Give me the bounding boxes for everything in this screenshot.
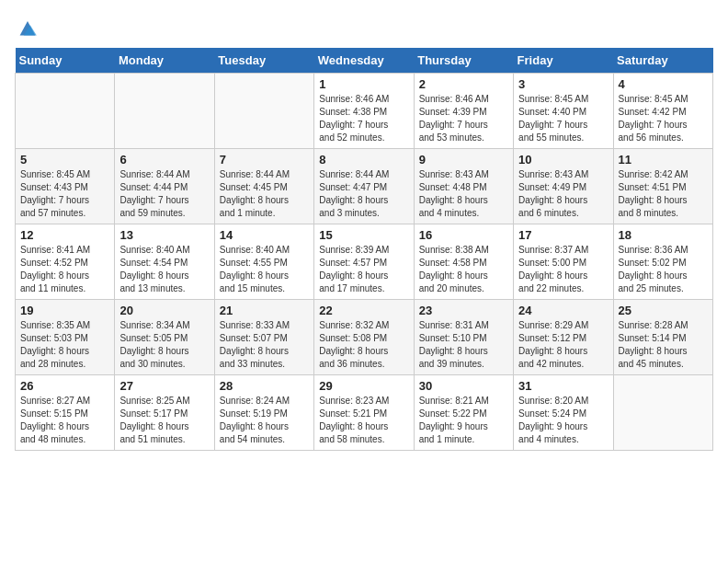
day-info: Sunrise: 8:20 AM Sunset: 5:24 PM Dayligh… [518, 395, 608, 446]
day-info: Sunrise: 8:32 AM Sunset: 5:08 PM Dayligh… [319, 319, 408, 371]
day-number: 14 [220, 228, 309, 242]
day-info: Sunrise: 8:36 AM Sunset: 5:02 PM Dayligh… [619, 244, 708, 295]
calendar-cell [16, 74, 115, 149]
day-number: 27 [119, 379, 209, 393]
day-info: Sunrise: 8:33 AM Sunset: 5:07 PM Dayligh… [220, 319, 309, 371]
calendar-cell: 4Sunrise: 8:45 AM Sunset: 4:42 PM Daylig… [613, 74, 712, 149]
weekday-header: Sunday [16, 48, 115, 74]
calendar-week-row: 1Sunrise: 8:46 AM Sunset: 4:38 PM Daylig… [16, 74, 713, 149]
calendar-cell: 18Sunrise: 8:36 AM Sunset: 5:02 PM Dayli… [613, 224, 712, 300]
day-number: 9 [419, 153, 508, 167]
calendar-cell [115, 74, 214, 149]
calendar-table: SundayMondayTuesdayWednesdayThursdayFrid… [15, 48, 713, 451]
calendar-week-row: 26Sunrise: 8:27 AM Sunset: 5:15 PM Dayli… [16, 375, 713, 451]
calendar-cell: 21Sunrise: 8:33 AM Sunset: 5:07 PM Dayli… [214, 300, 313, 375]
calendar-cell: 14Sunrise: 8:40 AM Sunset: 4:55 PM Dayli… [214, 224, 313, 300]
day-number: 8 [319, 153, 408, 167]
page-header [15, 15, 713, 40]
weekday-header: Monday [115, 48, 214, 74]
day-info: Sunrise: 8:44 AM Sunset: 4:45 PM Dayligh… [220, 168, 309, 220]
day-number: 11 [619, 153, 708, 167]
day-info: Sunrise: 8:46 AM Sunset: 4:38 PM Dayligh… [319, 93, 408, 144]
calendar-cell: 11Sunrise: 8:42 AM Sunset: 4:51 PM Dayli… [613, 149, 712, 224]
day-number: 6 [119, 153, 209, 167]
calendar-cell: 29Sunrise: 8:23 AM Sunset: 5:21 PM Dayli… [314, 375, 414, 451]
day-info: Sunrise: 8:41 AM Sunset: 4:52 PM Dayligh… [20, 244, 109, 295]
day-number: 19 [20, 304, 109, 317]
day-number: 28 [220, 379, 309, 393]
calendar-cell: 19Sunrise: 8:35 AM Sunset: 5:03 PM Dayli… [16, 300, 115, 375]
day-info: Sunrise: 8:44 AM Sunset: 4:47 PM Dayligh… [319, 168, 408, 220]
day-info: Sunrise: 8:45 AM Sunset: 4:40 PM Dayligh… [518, 93, 608, 144]
calendar-cell: 27Sunrise: 8:25 AM Sunset: 5:17 PM Dayli… [115, 375, 214, 451]
logo [15, 15, 44, 40]
day-number: 30 [419, 379, 508, 393]
day-info: Sunrise: 8:23 AM Sunset: 5:21 PM Dayligh… [319, 395, 408, 446]
weekday-header: Saturday [613, 48, 712, 74]
calendar-cell: 6Sunrise: 8:44 AM Sunset: 4:44 PM Daylig… [115, 149, 214, 224]
calendar-cell: 9Sunrise: 8:43 AM Sunset: 4:48 PM Daylig… [414, 149, 513, 224]
day-number: 7 [220, 153, 309, 167]
day-number: 29 [319, 379, 408, 393]
calendar-cell: 7Sunrise: 8:44 AM Sunset: 4:45 PM Daylig… [214, 149, 313, 224]
day-number: 26 [20, 379, 109, 393]
day-info: Sunrise: 8:31 AM Sunset: 5:10 PM Dayligh… [419, 319, 508, 371]
day-info: Sunrise: 8:21 AM Sunset: 5:22 PM Dayligh… [419, 395, 508, 446]
day-info: Sunrise: 8:27 AM Sunset: 5:15 PM Dayligh… [20, 395, 109, 446]
calendar-cell: 12Sunrise: 8:41 AM Sunset: 4:52 PM Dayli… [16, 224, 115, 300]
calendar-cell: 20Sunrise: 8:34 AM Sunset: 5:05 PM Dayli… [115, 300, 214, 375]
calendar-cell: 23Sunrise: 8:31 AM Sunset: 5:10 PM Dayli… [414, 300, 513, 375]
day-number: 24 [518, 304, 608, 317]
day-info: Sunrise: 8:45 AM Sunset: 4:42 PM Dayligh… [619, 93, 708, 144]
logo-icon [15, 15, 40, 40]
calendar-cell: 8Sunrise: 8:44 AM Sunset: 4:47 PM Daylig… [314, 149, 414, 224]
day-number: 10 [518, 153, 608, 167]
calendar-cell: 25Sunrise: 8:28 AM Sunset: 5:14 PM Dayli… [613, 300, 712, 375]
day-number: 18 [619, 228, 708, 242]
day-info: Sunrise: 8:39 AM Sunset: 4:57 PM Dayligh… [319, 244, 408, 295]
day-number: 22 [319, 304, 408, 317]
day-number: 3 [518, 77, 608, 91]
calendar-cell: 30Sunrise: 8:21 AM Sunset: 5:22 PM Dayli… [414, 375, 513, 451]
calendar-cell: 24Sunrise: 8:29 AM Sunset: 5:12 PM Dayli… [514, 300, 613, 375]
calendar-cell: 13Sunrise: 8:40 AM Sunset: 4:54 PM Dayli… [115, 224, 214, 300]
day-info: Sunrise: 8:25 AM Sunset: 5:17 PM Dayligh… [119, 395, 209, 446]
day-info: Sunrise: 8:40 AM Sunset: 4:54 PM Dayligh… [119, 244, 209, 295]
weekday-header: Tuesday [214, 48, 313, 74]
calendar-cell: 5Sunrise: 8:45 AM Sunset: 4:43 PM Daylig… [16, 149, 115, 224]
day-info: Sunrise: 8:35 AM Sunset: 5:03 PM Dayligh… [20, 319, 109, 371]
calendar-cell: 22Sunrise: 8:32 AM Sunset: 5:08 PM Dayli… [314, 300, 414, 375]
weekday-header: Wednesday [314, 48, 414, 74]
calendar-cell: 17Sunrise: 8:37 AM Sunset: 5:00 PM Dayli… [514, 224, 613, 300]
day-info: Sunrise: 8:28 AM Sunset: 5:14 PM Dayligh… [619, 319, 708, 371]
calendar-cell: 28Sunrise: 8:24 AM Sunset: 5:19 PM Dayli… [214, 375, 313, 451]
day-number: 5 [20, 153, 109, 167]
day-info: Sunrise: 8:34 AM Sunset: 5:05 PM Dayligh… [119, 319, 209, 371]
calendar-cell [613, 375, 712, 451]
day-info: Sunrise: 8:46 AM Sunset: 4:39 PM Dayligh… [419, 93, 508, 144]
day-info: Sunrise: 8:38 AM Sunset: 4:58 PM Dayligh… [419, 244, 508, 295]
day-number: 15 [319, 228, 408, 242]
calendar-cell: 3Sunrise: 8:45 AM Sunset: 4:40 PM Daylig… [514, 74, 613, 149]
day-number: 4 [619, 77, 708, 91]
day-info: Sunrise: 8:24 AM Sunset: 5:19 PM Dayligh… [220, 395, 309, 446]
day-number: 25 [619, 304, 708, 317]
day-number: 31 [518, 379, 608, 393]
day-number: 16 [419, 228, 508, 242]
calendar-cell: 16Sunrise: 8:38 AM Sunset: 4:58 PM Dayli… [414, 224, 513, 300]
calendar-cell: 15Sunrise: 8:39 AM Sunset: 4:57 PM Dayli… [314, 224, 414, 300]
day-number: 20 [119, 304, 209, 317]
day-info: Sunrise: 8:43 AM Sunset: 4:48 PM Dayligh… [419, 168, 508, 220]
calendar-cell: 2Sunrise: 8:46 AM Sunset: 4:39 PM Daylig… [414, 74, 513, 149]
calendar-week-row: 5Sunrise: 8:45 AM Sunset: 4:43 PM Daylig… [16, 149, 713, 224]
day-info: Sunrise: 8:29 AM Sunset: 5:12 PM Dayligh… [518, 319, 608, 371]
day-number: 23 [419, 304, 508, 317]
weekday-header: Friday [514, 48, 613, 74]
day-number: 2 [419, 77, 508, 91]
day-number: 13 [119, 228, 209, 242]
day-number: 17 [518, 228, 608, 242]
day-info: Sunrise: 8:40 AM Sunset: 4:55 PM Dayligh… [220, 244, 309, 295]
day-info: Sunrise: 8:37 AM Sunset: 5:00 PM Dayligh… [518, 244, 608, 295]
calendar-week-row: 12Sunrise: 8:41 AM Sunset: 4:52 PM Dayli… [16, 224, 713, 300]
day-number: 12 [20, 228, 109, 242]
